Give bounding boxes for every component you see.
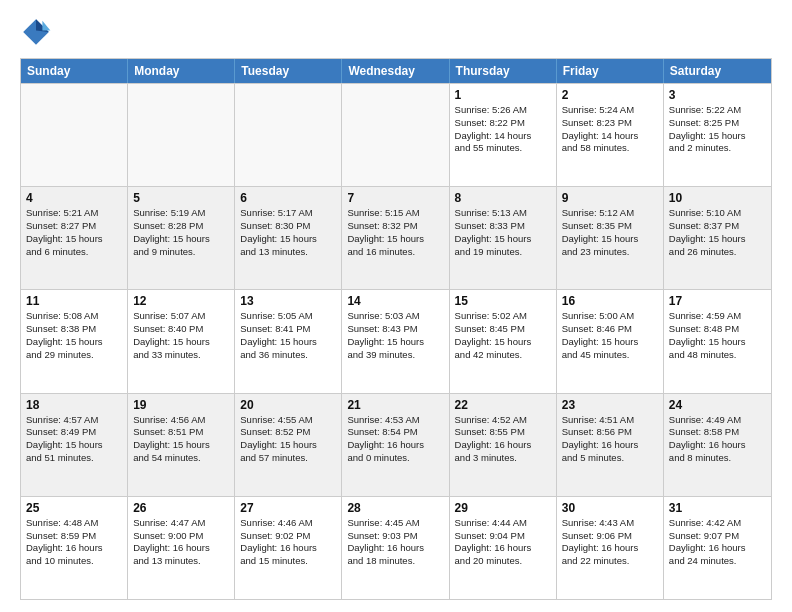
day-info: Sunrise: 4:45 AM Sunset: 9:03 PM Dayligh… — [347, 517, 443, 568]
day-info: Sunrise: 4:42 AM Sunset: 9:07 PM Dayligh… — [669, 517, 766, 568]
day-number: 30 — [562, 501, 658, 515]
calendar-cell: 8Sunrise: 5:13 AM Sunset: 8:33 PM Daylig… — [450, 187, 557, 289]
day-number: 9 — [562, 191, 658, 205]
calendar-cell — [342, 84, 449, 186]
calendar-cell: 4Sunrise: 5:21 AM Sunset: 8:27 PM Daylig… — [21, 187, 128, 289]
day-number: 23 — [562, 398, 658, 412]
header — [20, 16, 772, 48]
day-header-thursday: Thursday — [450, 59, 557, 83]
day-info: Sunrise: 5:02 AM Sunset: 8:45 PM Dayligh… — [455, 310, 551, 361]
calendar-row-3: 11Sunrise: 5:08 AM Sunset: 8:38 PM Dayli… — [21, 289, 771, 392]
day-info: Sunrise: 4:43 AM Sunset: 9:06 PM Dayligh… — [562, 517, 658, 568]
day-number: 3 — [669, 88, 766, 102]
calendar-cell: 5Sunrise: 5:19 AM Sunset: 8:28 PM Daylig… — [128, 187, 235, 289]
calendar-cell: 22Sunrise: 4:52 AM Sunset: 8:55 PM Dayli… — [450, 394, 557, 496]
day-info: Sunrise: 5:12 AM Sunset: 8:35 PM Dayligh… — [562, 207, 658, 258]
calendar-row-1: 1Sunrise: 5:26 AM Sunset: 8:22 PM Daylig… — [21, 83, 771, 186]
calendar-cell: 29Sunrise: 4:44 AM Sunset: 9:04 PM Dayli… — [450, 497, 557, 599]
day-number: 14 — [347, 294, 443, 308]
day-info: Sunrise: 4:47 AM Sunset: 9:00 PM Dayligh… — [133, 517, 229, 568]
calendar-cell: 13Sunrise: 5:05 AM Sunset: 8:41 PM Dayli… — [235, 290, 342, 392]
calendar-cell: 31Sunrise: 4:42 AM Sunset: 9:07 PM Dayli… — [664, 497, 771, 599]
calendar-cell: 14Sunrise: 5:03 AM Sunset: 8:43 PM Dayli… — [342, 290, 449, 392]
calendar-cell: 11Sunrise: 5:08 AM Sunset: 8:38 PM Dayli… — [21, 290, 128, 392]
day-info: Sunrise: 4:49 AM Sunset: 8:58 PM Dayligh… — [669, 414, 766, 465]
day-info: Sunrise: 5:05 AM Sunset: 8:41 PM Dayligh… — [240, 310, 336, 361]
day-info: Sunrise: 5:07 AM Sunset: 8:40 PM Dayligh… — [133, 310, 229, 361]
day-info: Sunrise: 4:59 AM Sunset: 8:48 PM Dayligh… — [669, 310, 766, 361]
calendar-row-4: 18Sunrise: 4:57 AM Sunset: 8:49 PM Dayli… — [21, 393, 771, 496]
day-number: 21 — [347, 398, 443, 412]
day-info: Sunrise: 4:53 AM Sunset: 8:54 PM Dayligh… — [347, 414, 443, 465]
day-info: Sunrise: 4:56 AM Sunset: 8:51 PM Dayligh… — [133, 414, 229, 465]
calendar-cell: 12Sunrise: 5:07 AM Sunset: 8:40 PM Dayli… — [128, 290, 235, 392]
calendar-cell: 10Sunrise: 5:10 AM Sunset: 8:37 PM Dayli… — [664, 187, 771, 289]
calendar-cell: 28Sunrise: 4:45 AM Sunset: 9:03 PM Dayli… — [342, 497, 449, 599]
day-info: Sunrise: 5:17 AM Sunset: 8:30 PM Dayligh… — [240, 207, 336, 258]
svg-marker-2 — [42, 21, 50, 31]
day-info: Sunrise: 4:57 AM Sunset: 8:49 PM Dayligh… — [26, 414, 122, 465]
calendar-cell: 30Sunrise: 4:43 AM Sunset: 9:06 PM Dayli… — [557, 497, 664, 599]
day-info: Sunrise: 5:26 AM Sunset: 8:22 PM Dayligh… — [455, 104, 551, 155]
day-number: 6 — [240, 191, 336, 205]
calendar-cell: 6Sunrise: 5:17 AM Sunset: 8:30 PM Daylig… — [235, 187, 342, 289]
day-info: Sunrise: 5:08 AM Sunset: 8:38 PM Dayligh… — [26, 310, 122, 361]
day-number: 22 — [455, 398, 551, 412]
calendar-cell: 21Sunrise: 4:53 AM Sunset: 8:54 PM Dayli… — [342, 394, 449, 496]
day-info: Sunrise: 4:51 AM Sunset: 8:56 PM Dayligh… — [562, 414, 658, 465]
day-number: 26 — [133, 501, 229, 515]
calendar-cell: 7Sunrise: 5:15 AM Sunset: 8:32 PM Daylig… — [342, 187, 449, 289]
calendar-cell: 16Sunrise: 5:00 AM Sunset: 8:46 PM Dayli… — [557, 290, 664, 392]
day-number: 25 — [26, 501, 122, 515]
day-number: 2 — [562, 88, 658, 102]
calendar-cell — [21, 84, 128, 186]
calendar-row-2: 4Sunrise: 5:21 AM Sunset: 8:27 PM Daylig… — [21, 186, 771, 289]
day-number: 1 — [455, 88, 551, 102]
day-info: Sunrise: 5:22 AM Sunset: 8:25 PM Dayligh… — [669, 104, 766, 155]
calendar-cell: 3Sunrise: 5:22 AM Sunset: 8:25 PM Daylig… — [664, 84, 771, 186]
day-info: Sunrise: 5:21 AM Sunset: 8:27 PM Dayligh… — [26, 207, 122, 258]
day-info: Sunrise: 4:52 AM Sunset: 8:55 PM Dayligh… — [455, 414, 551, 465]
calendar: SundayMondayTuesdayWednesdayThursdayFrid… — [20, 58, 772, 600]
calendar-cell — [235, 84, 342, 186]
page: SundayMondayTuesdayWednesdayThursdayFrid… — [0, 0, 792, 612]
day-info: Sunrise: 5:00 AM Sunset: 8:46 PM Dayligh… — [562, 310, 658, 361]
day-number: 7 — [347, 191, 443, 205]
day-header-wednesday: Wednesday — [342, 59, 449, 83]
day-number: 11 — [26, 294, 122, 308]
day-number: 24 — [669, 398, 766, 412]
day-number: 31 — [669, 501, 766, 515]
day-info: Sunrise: 5:13 AM Sunset: 8:33 PM Dayligh… — [455, 207, 551, 258]
logo — [20, 16, 56, 48]
calendar-cell: 1Sunrise: 5:26 AM Sunset: 8:22 PM Daylig… — [450, 84, 557, 186]
day-info: Sunrise: 5:19 AM Sunset: 8:28 PM Dayligh… — [133, 207, 229, 258]
calendar-cell: 24Sunrise: 4:49 AM Sunset: 8:58 PM Dayli… — [664, 394, 771, 496]
day-info: Sunrise: 4:55 AM Sunset: 8:52 PM Dayligh… — [240, 414, 336, 465]
day-number: 19 — [133, 398, 229, 412]
day-number: 16 — [562, 294, 658, 308]
calendar-cell: 2Sunrise: 5:24 AM Sunset: 8:23 PM Daylig… — [557, 84, 664, 186]
day-info: Sunrise: 5:15 AM Sunset: 8:32 PM Dayligh… — [347, 207, 443, 258]
calendar-cell: 19Sunrise: 4:56 AM Sunset: 8:51 PM Dayli… — [128, 394, 235, 496]
day-number: 27 — [240, 501, 336, 515]
day-number: 29 — [455, 501, 551, 515]
calendar-cell: 15Sunrise: 5:02 AM Sunset: 8:45 PM Dayli… — [450, 290, 557, 392]
calendar-body: 1Sunrise: 5:26 AM Sunset: 8:22 PM Daylig… — [21, 83, 771, 599]
day-header-tuesday: Tuesday — [235, 59, 342, 83]
day-info: Sunrise: 4:46 AM Sunset: 9:02 PM Dayligh… — [240, 517, 336, 568]
day-header-friday: Friday — [557, 59, 664, 83]
calendar-cell: 25Sunrise: 4:48 AM Sunset: 8:59 PM Dayli… — [21, 497, 128, 599]
day-info: Sunrise: 5:10 AM Sunset: 8:37 PM Dayligh… — [669, 207, 766, 258]
calendar-cell — [128, 84, 235, 186]
day-number: 18 — [26, 398, 122, 412]
day-info: Sunrise: 5:03 AM Sunset: 8:43 PM Dayligh… — [347, 310, 443, 361]
calendar-cell: 18Sunrise: 4:57 AM Sunset: 8:49 PM Dayli… — [21, 394, 128, 496]
calendar-header-row: SundayMondayTuesdayWednesdayThursdayFrid… — [21, 59, 771, 83]
calendar-row-5: 25Sunrise: 4:48 AM Sunset: 8:59 PM Dayli… — [21, 496, 771, 599]
day-number: 20 — [240, 398, 336, 412]
day-number: 13 — [240, 294, 336, 308]
day-info: Sunrise: 5:24 AM Sunset: 8:23 PM Dayligh… — [562, 104, 658, 155]
logo-icon — [20, 16, 52, 48]
day-number: 17 — [669, 294, 766, 308]
day-number: 15 — [455, 294, 551, 308]
